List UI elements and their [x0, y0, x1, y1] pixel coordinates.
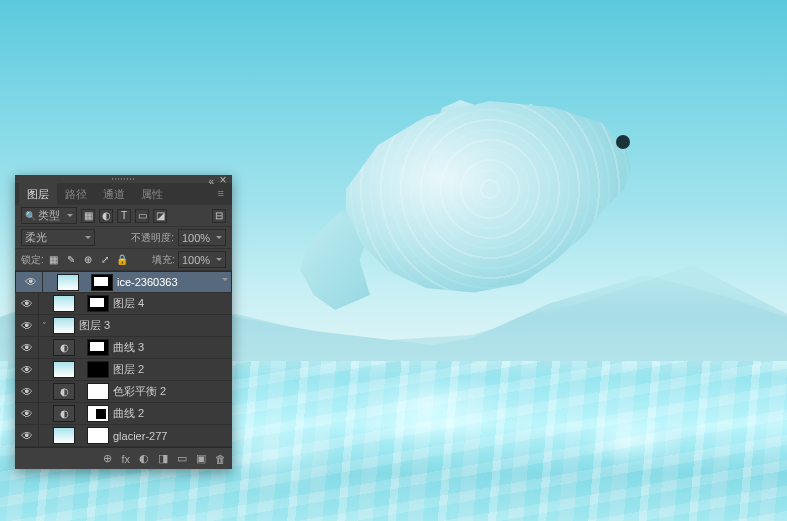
layer-row[interactable]: 👁◐曲线 2	[15, 403, 232, 425]
filter-kind-label: 类型	[38, 208, 60, 223]
layer-visibility-icon[interactable]: 👁	[15, 403, 39, 424]
layer-list: 👁ice-2360363👁图层 4👁˅图层 3👁◐曲线 3👁图层 2👁◐色彩平衡…	[15, 271, 232, 447]
filter-shape-icon[interactable]: ▭	[135, 209, 149, 223]
layer-visibility-icon[interactable]: 👁	[15, 359, 39, 380]
layer-visibility-icon[interactable]: 👁	[15, 315, 39, 336]
layer-name[interactable]: 图层 4	[113, 296, 144, 311]
layer-name[interactable]: 色彩平衡 2	[113, 384, 166, 399]
layer-row[interactable]: 👁˅图层 3	[15, 315, 232, 337]
tab-paths[interactable]: 路径	[57, 183, 95, 205]
blend-row: 柔光 不透明度: 100%	[15, 227, 232, 249]
layer-row[interactable]: 👁图层 4	[15, 293, 232, 315]
layer-visibility-icon[interactable]: 👁	[15, 381, 39, 402]
layer-row[interactable]: 👁图层 2	[15, 359, 232, 381]
filter-smart-icon[interactable]: ◪	[153, 209, 167, 223]
artwork-fish-body	[330, 90, 650, 310]
layer-row[interactable]: 👁◐曲线 3	[15, 337, 232, 359]
layer-expand-icon[interactable]: ˅	[39, 321, 49, 331]
layer-thumb-mask-inv-icon[interactable]	[87, 361, 109, 378]
link-layers-icon[interactable]: ⊕	[103, 452, 112, 465]
layer-link-icon[interactable]	[77, 431, 85, 441]
layer-link-icon[interactable]	[77, 387, 85, 397]
artwork-fish	[300, 90, 680, 330]
layer-link-icon[interactable]	[81, 277, 89, 287]
layer-thumb-img-icon[interactable]	[53, 427, 75, 444]
opacity-label: 不透明度:	[131, 231, 174, 245]
layer-row[interactable]: 👁ice-2360363	[15, 271, 232, 293]
lock-transparent-icon[interactable]: ▦	[47, 253, 61, 267]
search-icon: 🔍	[25, 211, 36, 221]
add-mask-icon[interactable]: ◐	[139, 452, 149, 465]
new-layer-icon[interactable]: ▣	[196, 452, 206, 465]
layer-thumb-adj-icon[interactable]: ◐	[53, 405, 75, 422]
layer-visibility-icon[interactable]: 👁	[15, 337, 39, 358]
new-group-icon[interactable]: ▭	[177, 452, 187, 465]
layer-thumb-img-icon[interactable]	[53, 361, 75, 378]
lock-artboard-icon[interactable]: ⤢	[98, 253, 112, 267]
panel-drag-handle[interactable]: « ×	[15, 175, 232, 183]
layer-name[interactable]: 曲线 3	[113, 340, 144, 355]
layer-visibility-icon[interactable]: 👁	[15, 293, 39, 314]
tab-properties[interactable]: 属性	[133, 183, 171, 205]
panel-close-icon[interactable]: ×	[218, 176, 228, 186]
fill-input[interactable]: 100%	[178, 251, 226, 268]
panel-tabs: 图层 路径 通道 属性 ≡	[15, 183, 232, 205]
layer-thumb-img-icon[interactable]	[53, 295, 75, 312]
layer-visibility-icon[interactable]: 👁	[15, 425, 39, 446]
layer-thumb-img-icon[interactable]	[57, 274, 79, 291]
layer-name[interactable]: 图层 2	[113, 362, 144, 377]
panel-footer: ⊕ fx ◐ ◨ ▭ ▣ 🗑	[15, 447, 232, 469]
tab-channels[interactable]: 通道	[95, 183, 133, 205]
layer-row[interactable]: 👁◐色彩平衡 2	[15, 381, 232, 403]
layer-thumbs: ◐	[53, 339, 109, 356]
layer-name[interactable]: ice-2360363	[117, 276, 178, 288]
layer-thumb-mask-w-icon[interactable]	[87, 383, 109, 400]
filter-toggle-switch[interactable]: ⊟	[212, 209, 226, 223]
layer-link-icon[interactable]	[77, 343, 85, 353]
layer-thumbs	[57, 274, 113, 291]
layer-filter-row: 🔍 类型 ▦ ◐ T ▭ ◪ ⊟	[15, 205, 232, 227]
layer-fx-icon[interactable]: fx	[121, 453, 130, 465]
lock-label: 锁定:	[21, 253, 44, 267]
layers-panel: « × 图层 路径 通道 属性 ≡ 🔍 类型 ▦ ◐ T ▭ ◪ ⊟ 柔光 不透…	[15, 175, 232, 469]
panel-collapse-icon[interactable]: «	[208, 176, 214, 187]
layer-name[interactable]: 图层 3	[79, 318, 110, 333]
layer-name[interactable]: glacier-277	[113, 430, 167, 442]
layer-thumb-mask-icon[interactable]	[87, 295, 109, 312]
layer-thumbs	[53, 317, 75, 334]
layer-link-icon[interactable]	[77, 365, 85, 375]
lock-pixels-icon[interactable]: ✎	[64, 253, 78, 267]
lock-row: 锁定: ▦ ✎ ⊕ ⤢ 🔒 填充: 100%	[15, 249, 232, 271]
lock-position-icon[interactable]: ⊕	[81, 253, 95, 267]
layer-visibility-icon[interactable]: 👁	[19, 272, 43, 292]
opacity-input[interactable]: 100%	[178, 229, 226, 246]
filter-kind-select[interactable]: 🔍 类型	[21, 207, 77, 224]
delete-layer-icon[interactable]: 🗑	[215, 453, 226, 465]
layer-thumb-mask-icon[interactable]	[87, 339, 109, 356]
layer-name[interactable]: 曲线 2	[113, 406, 144, 421]
layer-thumbs	[53, 295, 109, 312]
layer-thumbs	[53, 427, 109, 444]
layer-thumbs	[53, 361, 109, 378]
tab-layers[interactable]: 图层	[19, 183, 57, 205]
layer-thumb-mask-w-icon[interactable]	[87, 427, 109, 444]
layer-thumbs: ◐	[53, 383, 109, 400]
new-adjust-icon[interactable]: ◨	[158, 452, 168, 465]
filter-type-icon[interactable]: T	[117, 209, 131, 223]
layer-thumb-img-icon[interactable]	[53, 317, 75, 334]
lock-all-icon[interactable]: 🔒	[115, 253, 129, 267]
filter-adjust-icon[interactable]: ◐	[99, 209, 113, 223]
layer-row[interactable]: 👁glacier-277	[15, 425, 232, 447]
layer-thumbs: ◐	[53, 405, 109, 422]
filter-pixel-icon[interactable]: ▦	[81, 209, 95, 223]
blend-mode-select[interactable]: 柔光	[21, 229, 95, 246]
layer-thumb-adj-icon[interactable]: ◐	[53, 339, 75, 356]
layer-thumb-mask-w-inv-icon[interactable]	[87, 405, 109, 422]
artwork-fish-eye	[616, 135, 630, 149]
layer-thumb-adj-icon[interactable]: ◐	[53, 383, 75, 400]
layer-link-icon[interactable]	[77, 299, 85, 309]
fill-label: 填充:	[152, 253, 175, 267]
layer-link-icon[interactable]	[77, 409, 85, 419]
layer-thumb-mask-icon[interactable]	[91, 274, 113, 291]
